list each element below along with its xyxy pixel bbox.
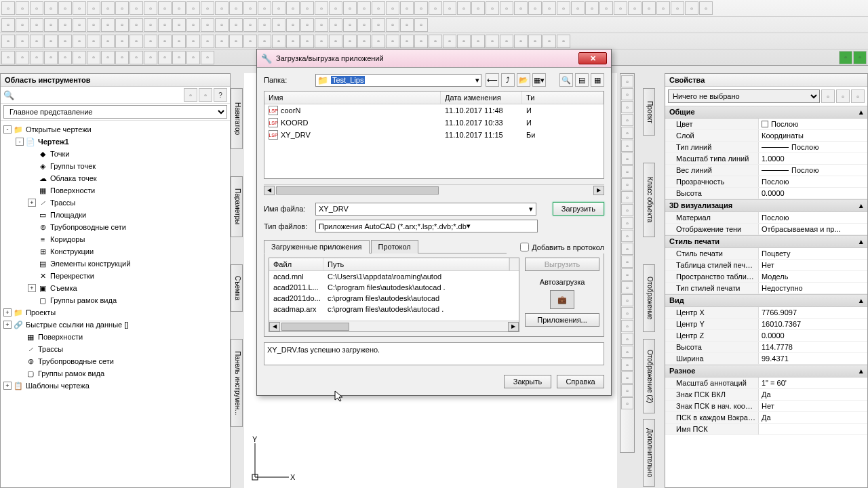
toolbar-button[interactable]: ▫ bbox=[286, 35, 300, 48]
toolbar-button[interactable]: ▫ bbox=[243, 18, 257, 32]
toolbar-button[interactable]: ▫ bbox=[16, 18, 29, 32]
toolbar-button[interactable]: ▫ bbox=[1, 35, 15, 48]
prop-section-header[interactable]: Общие▴ bbox=[665, 106, 867, 119]
toolbar-button[interactable]: ▫ bbox=[585, 1, 599, 15]
prop-row[interactable]: Имя ПСК bbox=[665, 424, 867, 435]
filetype-combo[interactable]: Приложения AutoCAD (*.arx;*.lsp;*.dvb;*.… bbox=[315, 220, 538, 232]
toolbar-button[interactable]: ▫ bbox=[229, 1, 243, 15]
tree-toggle[interactable]: + bbox=[3, 382, 12, 390]
toolbar-button[interactable]: ▫ bbox=[685, 1, 698, 15]
prop-tool[interactable]: ▫ bbox=[836, 89, 850, 103]
toolbar-button[interactable]: ▫ bbox=[87, 1, 100, 15]
toolbar-button[interactable]: ▫ bbox=[186, 51, 200, 64]
toolbar-button[interactable]: ▫ bbox=[571, 1, 585, 15]
toolbar-button[interactable]: ▫ bbox=[158, 1, 172, 15]
panel-btn[interactable]: ▫ bbox=[184, 88, 197, 102]
prop-tool[interactable]: ▫ bbox=[821, 89, 835, 103]
toolbar-button[interactable]: ▫ bbox=[101, 1, 115, 15]
toolbar-button[interactable]: ▫ bbox=[130, 51, 143, 64]
tree-item[interactable]: ☁Облака точек bbox=[2, 172, 229, 184]
toolbar-button[interactable]: ▫ bbox=[272, 1, 285, 15]
toolbar-button[interactable]: ▫ bbox=[457, 1, 471, 15]
toolbar-button[interactable]: ▫ bbox=[300, 18, 314, 32]
toolbar-button[interactable]: ▫ bbox=[514, 1, 528, 15]
toolbar-button[interactable]: ▫ bbox=[158, 51, 172, 64]
toolbar-button[interactable]: ▫ bbox=[300, 35, 314, 48]
toolbar-button[interactable]: ▫ bbox=[186, 18, 200, 32]
tree-item[interactable]: ◈Группы точек bbox=[2, 160, 229, 172]
toolbar-button[interactable]: ▫ bbox=[414, 1, 428, 15]
toolbar-button[interactable]: ▫ bbox=[229, 35, 243, 48]
toolbar-button[interactable]: ▫ bbox=[671, 1, 684, 15]
toolbar-button[interactable]: ▫ bbox=[286, 1, 300, 15]
vtool-button[interactable]: ▫ bbox=[621, 152, 633, 165]
dialog-titlebar[interactable]: 🔧 Загрузка/выгрузка приложений ✕ bbox=[257, 49, 611, 68]
toolbar-button[interactable]: ▫ bbox=[115, 51, 129, 64]
toolbar-button[interactable]: ▫ bbox=[44, 18, 58, 32]
toolbar-button[interactable]: ▫ bbox=[243, 35, 257, 48]
loaded-row[interactable]: acad2011.L... C:\program files\autodesk\… bbox=[269, 282, 519, 293]
toolbar-button[interactable]: ▫ bbox=[343, 35, 357, 48]
toolbar-button[interactable]: ▫ bbox=[130, 35, 143, 48]
tree-item[interactable]: ▦Поверхности bbox=[2, 184, 229, 197]
vtab-additional[interactable]: Дополнительно bbox=[643, 419, 655, 487]
toolbar-button[interactable]: ▫ bbox=[44, 35, 58, 48]
toolbar-button[interactable]: ▫ bbox=[542, 1, 556, 15]
vtab-objclass[interactable]: Класс объекта bbox=[643, 163, 655, 237]
folder-combo[interactable]: 📁 Test_Lips ▾ bbox=[315, 74, 481, 87]
toolbar-button[interactable]: ▫ bbox=[642, 1, 656, 15]
panel-btn[interactable]: ▫ bbox=[199, 88, 212, 102]
toolbar-button[interactable]: ▫ bbox=[699, 1, 713, 15]
prop-row[interactable]: ПСК в каждом ВэкранеДа bbox=[665, 412, 867, 424]
toolbar-button[interactable]: ▫ bbox=[557, 35, 570, 48]
tab-loaded[interactable]: Загруженные приложения bbox=[264, 240, 370, 253]
toolbar-button[interactable]: ▫ bbox=[1, 51, 15, 64]
loaded-hscroll[interactable]: ◀ ▶ bbox=[269, 321, 519, 331]
toolbar-button[interactable]: ▫ bbox=[272, 35, 285, 48]
vtool-button[interactable]: ▫ bbox=[621, 359, 633, 371]
toolbar-button[interactable]: ▫ bbox=[471, 1, 485, 15]
prop-row[interactable]: СлойКоординаты bbox=[665, 130, 867, 142]
prop-section-header[interactable]: Вид▴ bbox=[665, 294, 867, 307]
tree-item[interactable]: ≡Коридоры bbox=[2, 233, 229, 245]
toolbar-button[interactable]: ▫ bbox=[73, 35, 86, 48]
tree-item[interactable]: +▣Съемка bbox=[2, 282, 229, 294]
tree-item[interactable]: ◆Точки bbox=[2, 148, 229, 160]
views-icon[interactable]: ▦▾ bbox=[532, 73, 546, 87]
toolbar-button[interactable]: ▫ bbox=[386, 1, 399, 15]
vtool-button[interactable]: ▫ bbox=[621, 140, 633, 152]
toolbar-button[interactable]: ▫ bbox=[73, 51, 86, 64]
tree-item[interactable]: ⊞Конструкции bbox=[2, 245, 229, 258]
toolbar-button[interactable]: ▫ bbox=[315, 1, 328, 15]
toolbar-button[interactable]: ▫ bbox=[58, 18, 72, 32]
toolbar-button[interactable]: ▫ bbox=[115, 35, 129, 48]
tab-log[interactable]: Протокол bbox=[371, 240, 418, 253]
toolbar-button[interactable]: ▫ bbox=[557, 1, 570, 15]
toolbar-button[interactable]: ▫ bbox=[144, 1, 157, 15]
toolbar-button[interactable]: ▫ bbox=[101, 18, 115, 32]
tree-item[interactable]: +📁Проекты bbox=[2, 306, 229, 319]
toolbar-button[interactable]: ▫ bbox=[1, 1, 15, 15]
toolbar-button[interactable]: ▫ bbox=[144, 35, 157, 48]
toolbar-button[interactable]: ▫ bbox=[329, 35, 342, 48]
prop-tool[interactable]: ▫ bbox=[851, 89, 865, 103]
prop-row[interactable]: Масштаб типа линий1.0000 bbox=[665, 153, 867, 165]
prop-row[interactable]: Высота114.7778 bbox=[665, 342, 867, 353]
tool-icon[interactable]: ▦ bbox=[591, 73, 604, 87]
toolbar-button[interactable]: ▫ bbox=[130, 18, 143, 32]
close-icon[interactable]: ✕ bbox=[578, 52, 607, 64]
toolbar-button[interactable]: ▫ bbox=[30, 1, 43, 15]
loaded-row[interactable]: acadmap.arx c:\program files\autodesk\au… bbox=[269, 304, 519, 314]
prop-row[interactable]: Отображение тениОтбрасываемая и пр... bbox=[665, 224, 867, 235]
tree-toggle[interactable]: + bbox=[3, 321, 12, 329]
prop-row[interactable]: Высота0.0000 bbox=[665, 188, 867, 199]
toolbar-button[interactable]: ▫ bbox=[357, 1, 371, 15]
toolbar-button[interactable]: ▫ bbox=[386, 18, 399, 32]
vtool-button[interactable]: ▫ bbox=[621, 114, 633, 126]
prop-row[interactable]: Пространство таблиц...Модель bbox=[665, 271, 867, 283]
scroll-right-icon[interactable]: ▶ bbox=[508, 322, 519, 331]
col-date[interactable]: Дата изменения bbox=[441, 92, 522, 104]
toolbar-button[interactable]: ▫ bbox=[471, 35, 485, 48]
tree-item[interactable]: ✕Перекрестки bbox=[2, 270, 229, 282]
load-button[interactable]: Загрузить bbox=[553, 202, 604, 216]
